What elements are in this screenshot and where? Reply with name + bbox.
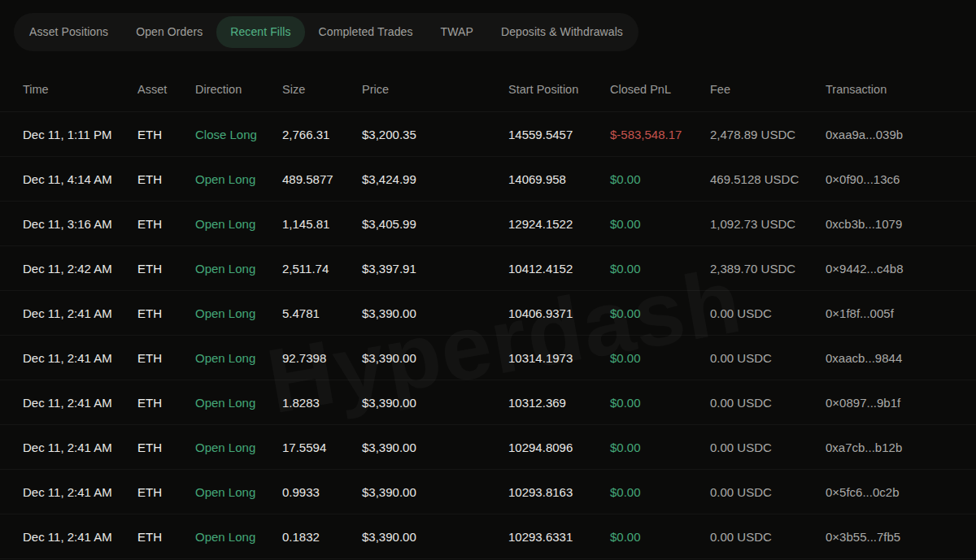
cell-price: $3,424.99 xyxy=(362,172,508,186)
table-row: Dec 11, 1:11 PM ETH Close Long 2,766.31 … xyxy=(0,112,976,157)
tab-open-orders[interactable]: Open Orders xyxy=(122,16,216,48)
column-header-direction: Direction xyxy=(195,83,282,96)
cell-price: $3,390.00 xyxy=(362,306,508,320)
cell-direction: Open Long xyxy=(195,396,282,410)
tab-bar: Asset Positions Open Orders Recent Fills… xyxy=(14,13,638,51)
tab-completed-trades[interactable]: Completed Trades xyxy=(305,16,427,48)
cell-direction: Open Long xyxy=(195,351,282,365)
cell-direction: Close Long xyxy=(195,128,282,141)
cell-time: Dec 11, 2:41 AM xyxy=(23,441,137,454)
cell-start-position: 10412.4152 xyxy=(508,262,610,276)
cell-transaction-link[interactable]: 0×9442...c4b8 xyxy=(826,262,953,276)
table-header-row: Time Asset Direction Size Price Start Po… xyxy=(0,67,976,112)
tab-recent-fills[interactable]: Recent Fills xyxy=(216,16,304,48)
cell-closed-pnl: $0.00 xyxy=(610,306,710,320)
cell-direction: Open Long xyxy=(195,306,282,320)
cell-price: $3,390.00 xyxy=(362,530,508,544)
cell-time: Dec 11, 2:41 AM xyxy=(23,530,137,544)
cell-fee: 0.00 USDC xyxy=(710,306,826,320)
cell-direction: Open Long xyxy=(195,441,282,454)
cell-direction: Open Long xyxy=(195,262,282,276)
cell-price: $3,390.00 xyxy=(362,396,508,410)
cell-closed-pnl: $0.00 xyxy=(610,217,710,231)
cell-closed-pnl: $0.00 xyxy=(610,530,710,544)
cell-asset: ETH xyxy=(137,128,195,141)
cell-time: Dec 11, 2:41 AM xyxy=(23,306,137,320)
cell-transaction-link[interactable]: 0×0f90...13c6 xyxy=(826,172,953,186)
cell-fee: 0.00 USDC xyxy=(710,530,826,544)
cell-direction: Open Long xyxy=(195,172,282,186)
table-row: Dec 11, 2:41 AM ETH Open Long 5.4781 $3,… xyxy=(0,291,976,336)
cell-time: Dec 11, 2:41 AM xyxy=(23,396,137,410)
table-row: Dec 11, 2:41 AM ETH Open Long 1.8283 $3,… xyxy=(0,380,976,425)
cell-start-position: 10294.8096 xyxy=(508,441,610,454)
cell-price: $3,200.35 xyxy=(362,128,508,141)
cell-size: 2,766.31 xyxy=(282,128,362,141)
column-header-transaction: Transaction xyxy=(826,83,953,96)
column-header-closed-pnl: Closed PnL xyxy=(610,83,710,96)
cell-start-position: 10314.1973 xyxy=(508,351,610,365)
cell-time: Dec 11, 4:14 AM xyxy=(23,172,137,186)
tab-asset-positions[interactable]: Asset Positions xyxy=(15,16,122,48)
tab-deposits-withdrawals[interactable]: Deposits & Withdrawals xyxy=(487,16,637,48)
cell-fee: 1,092.73 USDC xyxy=(710,217,826,231)
cell-price: $3,390.00 xyxy=(362,441,508,454)
cell-asset: ETH xyxy=(137,262,195,276)
cell-size: 2,511.74 xyxy=(282,262,362,276)
cell-fee: 0.00 USDC xyxy=(710,396,826,410)
cell-closed-pnl: $-583,548.17 xyxy=(610,128,710,141)
cell-closed-pnl: $0.00 xyxy=(610,441,710,454)
cell-price: $3,390.00 xyxy=(362,351,508,365)
cell-transaction-link[interactable]: 0xa7cb...b12b xyxy=(826,441,953,454)
cell-price: $3,390.00 xyxy=(362,485,508,499)
cell-fee: 2,478.89 USDC xyxy=(710,128,826,141)
cell-closed-pnl: $0.00 xyxy=(610,262,710,276)
cell-fee: 2,389.70 USDC xyxy=(710,262,826,276)
cell-size: 17.5594 xyxy=(282,441,362,454)
cell-asset: ETH xyxy=(137,396,195,410)
cell-transaction-link[interactable]: 0xcb3b...1079 xyxy=(826,217,953,231)
cell-direction: Open Long xyxy=(195,217,282,231)
cell-asset: ETH xyxy=(137,485,195,499)
cell-size: 0.1832 xyxy=(282,530,362,544)
cell-transaction-link[interactable]: 0×5fc6...0c2b xyxy=(826,485,953,499)
table-row: Dec 11, 4:14 AM ETH Open Long 489.5877 $… xyxy=(0,157,976,202)
cell-asset: ETH xyxy=(137,530,195,544)
cell-time: Dec 11, 2:41 AM xyxy=(23,485,137,499)
cell-transaction-link[interactable]: 0×3b55...7fb5 xyxy=(826,530,953,544)
cell-time: Dec 11, 2:41 AM xyxy=(23,351,137,365)
cell-fee: 0.00 USDC xyxy=(710,351,826,365)
cell-fee: 469.5128 USDC xyxy=(710,172,826,186)
cell-start-position: 12924.1522 xyxy=(508,217,610,231)
cell-size: 5.4781 xyxy=(282,306,362,320)
cell-size: 92.7398 xyxy=(282,351,362,365)
recent-fills-table: Time Asset Direction Size Price Start Po… xyxy=(0,67,976,559)
table-body: Dec 11, 1:11 PM ETH Close Long 2,766.31 … xyxy=(0,112,976,559)
cell-size: 489.5877 xyxy=(282,172,362,186)
table-row: Dec 11, 2:41 AM ETH Open Long 0.9933 $3,… xyxy=(0,470,976,514)
cell-asset: ETH xyxy=(137,217,195,231)
cell-closed-pnl: $0.00 xyxy=(610,485,710,499)
cell-direction: Open Long xyxy=(195,530,282,544)
cell-time: Dec 11, 1:11 PM xyxy=(23,128,137,141)
cell-asset: ETH xyxy=(137,306,195,320)
cell-start-position: 14559.5457 xyxy=(508,128,610,141)
cell-asset: ETH xyxy=(137,441,195,454)
cell-transaction-link[interactable]: 0xaa9a...039b xyxy=(826,128,953,141)
cell-start-position: 14069.958 xyxy=(508,172,610,186)
cell-closed-pnl: $0.00 xyxy=(610,172,710,186)
cell-size: 1.8283 xyxy=(282,396,362,410)
column-header-asset: Asset xyxy=(137,83,195,96)
cell-direction: Open Long xyxy=(195,485,282,499)
cell-transaction-link[interactable]: 0xaacb...9844 xyxy=(826,351,953,365)
column-header-time: Time xyxy=(23,83,137,96)
cell-transaction-link[interactable]: 0×1f8f...005f xyxy=(826,306,953,320)
column-header-size: Size xyxy=(282,83,362,96)
cell-transaction-link[interactable]: 0×0897...9b1f xyxy=(826,396,953,410)
cell-asset: ETH xyxy=(137,351,195,365)
tab-twap[interactable]: TWAP xyxy=(427,16,487,48)
cell-asset: ETH xyxy=(137,172,195,186)
cell-closed-pnl: $0.00 xyxy=(610,396,710,410)
cell-time: Dec 11, 3:16 AM xyxy=(23,217,137,231)
table-row: Dec 11, 2:42 AM ETH Open Long 2,511.74 $… xyxy=(0,246,976,291)
